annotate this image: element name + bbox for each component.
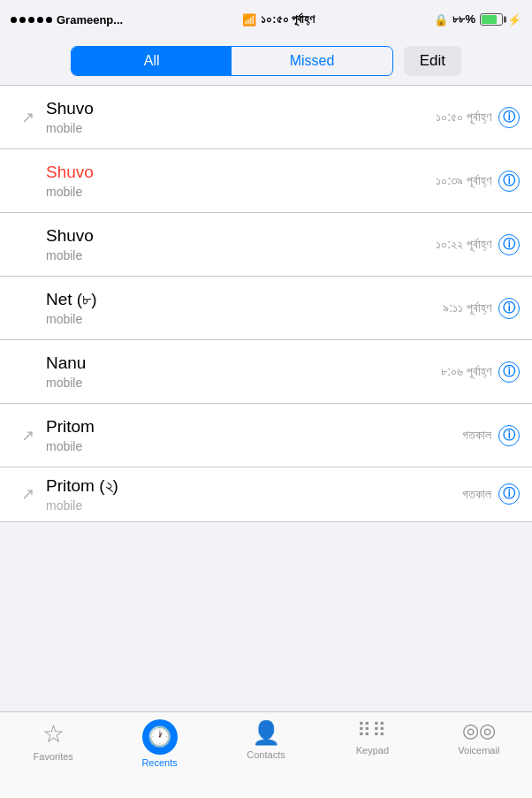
wifi-icon: 📶	[242, 13, 256, 27]
call-info: Shuvo mobile	[41, 217, 436, 271]
table-row: Nanu mobile ৮:০৬ পূর্বাহ্ণ ⓘ	[0, 340, 532, 404]
tab-keypad[interactable]: ⠿⠿ Keypad	[319, 719, 425, 756]
status-time: ১০:৫০ পূর্বাহ্ণ	[261, 12, 315, 27]
charging-icon: ⚡	[507, 13, 521, 27]
call-type: mobile	[46, 312, 436, 326]
segment-missed-button[interactable]: Missed	[232, 47, 391, 75]
tab-favorites[interactable]: ☆ Favorites	[0, 719, 106, 762]
info-button[interactable]: ⓘ	[498, 107, 520, 128]
info-button[interactable]: ⓘ	[498, 171, 520, 192]
status-center: 📶 ১০:৫০ পূর্বাহ্ণ	[242, 12, 315, 27]
tab-recents-label: Recents	[141, 757, 177, 768]
tab-voicemail-label: Voicemail	[458, 745, 499, 756]
contacts-icon: 👤	[252, 719, 280, 747]
call-time: ১০:২২ পূর্বাহ্ণ	[436, 237, 491, 252]
table-row: Shuvo mobile ১০:২২ পূর্বাহ্ণ ⓘ	[0, 213, 532, 277]
call-info: Shuvo mobile	[41, 154, 436, 208]
table-row: ↗ Pritom mobile গতকাল ⓘ	[0, 404, 532, 467]
battery-icon	[480, 13, 503, 26]
call-arrow-icon: ↗	[14, 484, 41, 504]
favorites-icon: ☆	[42, 719, 65, 749]
status-left: Grameenp...	[11, 13, 123, 27]
tab-contacts[interactable]: 👤 Contacts	[213, 719, 319, 760]
contact-name: Shuvo	[46, 226, 429, 247]
contact-name: Nanu	[46, 353, 434, 374]
table-row: ↗ Pritom (২) mobile গতকাল ⓘ	[0, 467, 532, 522]
edit-button[interactable]: Edit	[404, 46, 461, 76]
call-time: গতকাল	[462, 428, 491, 443]
recents-icon: 🕐	[142, 719, 178, 755]
call-time: ৯:১১ পূর্বাহ্ণ	[443, 300, 491, 315]
call-arrow-icon: ↗	[14, 108, 41, 127]
keypad-icon: ⠿⠿	[357, 719, 387, 742]
tab-bar: ☆ Favorites 🕐 Recents 👤 Contacts ⠿⠿ Keyp…	[0, 711, 532, 798]
call-type: mobile	[46, 439, 455, 453]
lock-icon: 🔒	[434, 13, 448, 27]
battery-fill	[482, 15, 497, 24]
carrier-label: Grameenp...	[57, 13, 123, 27]
call-meta: গতকাল ⓘ	[462, 483, 532, 505]
tab-favorites-label: Favorites	[34, 751, 73, 762]
tab-contacts-label: Contacts	[247, 749, 285, 760]
contact-name: Pritom	[46, 417, 455, 437]
segment-control: All Missed	[71, 46, 393, 76]
table-row: Shuvo mobile ১০:৩৯ পূর্বাহ্ণ ⓘ	[0, 149, 532, 213]
call-time: ১০:৩৯ পূর্বাহ্ণ	[436, 173, 491, 188]
battery-percent: ৮৮%	[452, 12, 475, 27]
call-meta: ১০:৩৯ পূর্বাহ্ণ ⓘ	[436, 171, 532, 192]
call-time: গতকাল	[462, 487, 491, 502]
call-list: ↗ Shuvo mobile ১০:৫০ পূর্বাহ্ণ ⓘ Shuvo m…	[0, 86, 532, 522]
call-meta: ৮:০৬ পূর্বাহ্ণ ⓘ	[441, 361, 532, 383]
call-meta: ৯:১১ পূর্বাহ্ণ ⓘ	[443, 298, 532, 319]
call-meta: গতকাল ⓘ	[462, 425, 532, 446]
call-meta: ১০:২২ পূর্বাহ্ণ ⓘ	[436, 234, 532, 255]
call-info: Net (৮) mobile	[41, 281, 443, 335]
call-meta: ১০:৫০ পূর্বাহ্ণ ⓘ	[436, 107, 532, 128]
call-type: mobile	[46, 376, 434, 390]
status-bar: Grameenp... 📶 ১০:৫০ পূর্বাহ্ণ 🔒 ৮৮% ⚡	[0, 0, 532, 39]
call-info: Nanu mobile	[41, 345, 441, 399]
call-type: mobile	[46, 498, 455, 513]
segment-bar: All Missed Edit	[0, 39, 532, 85]
call-info: Pritom (২) mobile	[41, 467, 462, 521]
call-type: mobile	[46, 185, 429, 199]
info-button[interactable]: ⓘ	[498, 234, 520, 255]
call-arrow-icon: ↗	[14, 426, 41, 445]
contact-name: Shuvo	[46, 99, 429, 119]
contact-name: Net (৮)	[46, 290, 436, 310]
contact-name-missed: Shuvo	[46, 163, 429, 183]
signal-dots	[11, 17, 52, 23]
info-button[interactable]: ⓘ	[498, 425, 520, 446]
call-time: ১০:৫০ পূর্বাহ্ণ	[436, 110, 491, 125]
voicemail-icon: ◎◎	[462, 719, 496, 742]
call-info: Pritom mobile	[41, 408, 462, 462]
call-info: Shuvo mobile	[41, 90, 436, 144]
segment-all-button[interactable]: All	[72, 47, 232, 75]
status-right: 🔒 ৮৮% ⚡	[434, 12, 521, 27]
info-button[interactable]: ⓘ	[498, 483, 520, 505]
table-row: Net (৮) mobile ৯:১১ পূর্বাহ্ণ ⓘ	[0, 277, 532, 340]
tab-voicemail[interactable]: ◎◎ Voicemail	[426, 719, 532, 756]
tab-recents[interactable]: 🕐 Recents	[106, 719, 212, 768]
tab-keypad-label: Keypad	[356, 745, 389, 756]
call-type: mobile	[46, 248, 429, 262]
call-type: mobile	[46, 121, 429, 135]
call-time: ৮:০৬ পূর্বাহ্ণ	[441, 364, 491, 379]
contact-name: Pritom (২)	[46, 476, 455, 497]
info-button[interactable]: ⓘ	[498, 361, 520, 383]
table-row: ↗ Shuvo mobile ১০:৫০ পূর্বাহ্ণ ⓘ	[0, 86, 532, 149]
info-button[interactable]: ⓘ	[498, 298, 520, 319]
